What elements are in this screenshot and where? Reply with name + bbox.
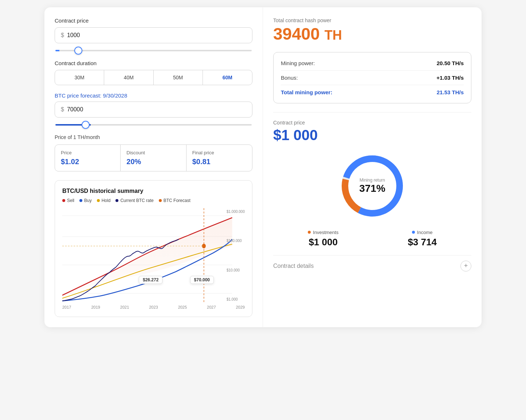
income-dot [412, 231, 415, 234]
price-label: Price [61, 150, 114, 155]
investments-label: Investments [313, 230, 338, 235]
investments-item: Investments $1 000 [308, 230, 338, 248]
contract-price-currency: $ [61, 32, 64, 39]
legend-sell: Sell [62, 198, 74, 203]
contract-details-label: Contract details [273, 263, 314, 269]
donut-center-value: 371% [359, 183, 385, 194]
income-item: Income $3 714 [408, 230, 437, 248]
tab-40m[interactable]: 40M [104, 70, 153, 85]
donut-wrap: Mining return 371% [336, 150, 409, 222]
plus-icon: + [464, 262, 468, 270]
donut-center: Mining return 371% [359, 178, 385, 194]
contract-price-right-label: Contract price [273, 120, 471, 126]
income-legend: Income [408, 230, 437, 235]
investments-dot [308, 231, 311, 234]
mining-power-value: 20.50 TH/s [437, 60, 464, 66]
x-label-2025: 2025 [178, 305, 187, 309]
tab-60m[interactable]: 60M [203, 70, 252, 85]
price-value: $1.02 [61, 158, 114, 166]
hash-power-label: Total contract hash power [273, 17, 471, 23]
btc-forecast-legend-label: BTC Forecast [164, 198, 191, 203]
btc-forecast-label: BTC price forecast: 9/30/2028 [55, 92, 252, 99]
discount-label: Discount [126, 150, 180, 155]
right-panel: Total contract hash power 39400 TH Minin… [263, 7, 482, 327]
mining-power-label: Mining power: [281, 60, 315, 66]
income-label: Income [417, 230, 433, 235]
contract-price-right-section: Contract price $1 000 [273, 120, 471, 144]
chart-title: BTC/USD historical summary [62, 188, 245, 194]
chart-tooltip-right: $70.000 [190, 276, 214, 284]
contract-price-value: 1000 [67, 32, 80, 39]
investments-legend: Investments [308, 230, 338, 235]
left-panel: Contract price $ 1000 Contract duration … [44, 7, 263, 327]
contract-price-slider-wrap[interactable] [55, 46, 252, 53]
price-th-label: Price of 1 TH/month [55, 134, 252, 140]
final-price-value: $0.81 [192, 158, 246, 166]
chart-svg [62, 208, 245, 303]
hash-power-value: 39400 TH [273, 25, 471, 43]
btc-price-input-box[interactable]: $ 70000 [55, 102, 252, 118]
legend-current-btc: Current BTC rate [115, 198, 153, 203]
bonus-value: +1.03 TH/s [436, 75, 464, 81]
tab-50m[interactable]: 50M [154, 70, 203, 85]
btc-forecast-date: 9/30/2028 [103, 92, 127, 99]
legend-buy: Buy [79, 198, 92, 203]
x-label-2017: 2017 [62, 305, 71, 309]
price-cell-final: Final price $0.81 [187, 145, 252, 171]
total-mining-row: Total mining power: 21.53 TH/s [281, 87, 464, 97]
x-axis-labels: 2017 2019 2021 2023 2025 2027 2029 [62, 305, 245, 309]
bonus-row: Bonus: +1.03 TH/s [281, 73, 464, 83]
discount-value: 20% [126, 158, 180, 166]
x-label-2021: 2021 [120, 305, 129, 309]
x-label-2023: 2023 [149, 305, 158, 309]
hold-label: Hold [102, 198, 111, 203]
price-grid: Price $1.02 Discount 20% Final price $0.… [55, 144, 252, 171]
chart-legend: Sell Buy Hold Current BTC rate BTC Forec… [62, 198, 245, 203]
total-mining-label: Total mining power: [281, 89, 332, 95]
sell-dot [62, 199, 65, 202]
btc-price-slider-wrap[interactable] [55, 120, 252, 127]
btc-forecast-dot [159, 199, 162, 202]
current-btc-dot [115, 199, 118, 202]
duration-tabs: 30M 40M 50M 60M [55, 70, 252, 85]
contract-price-slider[interactable] [55, 50, 252, 51]
contract-price-input-box[interactable]: $ 1000 [55, 27, 252, 43]
legend-btc-forecast: BTC Forecast [159, 198, 191, 203]
price-cell-price: Price $1.02 [55, 145, 121, 171]
buy-label: Buy [84, 198, 92, 203]
hold-dot [97, 199, 100, 202]
price-cell-discount: Discount 20% [121, 145, 186, 171]
invest-income-row: Investments $1 000 Income $3 714 [273, 230, 471, 248]
current-btc-label: Current BTC rate [120, 198, 153, 203]
contract-price-right-value: $1 000 [273, 126, 471, 144]
legend-hold: Hold [97, 198, 111, 203]
x-label-2029: 2029 [236, 305, 244, 309]
sell-label: Sell [67, 198, 74, 203]
contract-price-section-label: Contract price [55, 17, 252, 24]
donut-section: Mining return 371% [273, 150, 471, 222]
income-value: $3 714 [408, 237, 437, 248]
donut-center-label: Mining return [359, 178, 385, 183]
chart-tooltip-left: $26.272 [139, 276, 162, 284]
hash-power-section: Total contract hash power 39400 TH [273, 17, 471, 43]
mining-power-card: Mining power: 20.50 TH/s Bonus: +1.03 TH… [273, 52, 471, 103]
btc-price-currency: $ [61, 106, 64, 113]
final-price-label: Final price [192, 150, 246, 155]
btc-price-value: 70000 [67, 106, 83, 113]
contract-details-row[interactable]: Contract details + [273, 255, 471, 272]
hash-power-number: 39400 [273, 24, 320, 43]
btc-price-slider[interactable] [55, 124, 252, 126]
x-label-2019: 2019 [91, 305, 100, 309]
contract-duration-label: Contract duration [55, 60, 252, 66]
buy-dot [79, 199, 82, 202]
hash-power-unit: TH [325, 28, 342, 43]
total-mining-value: 21.53 TH/s [437, 89, 464, 95]
chart-area: $1.000.000 $100.000 $10.000 $1.000 $26.2… [62, 208, 245, 303]
contract-details-button[interactable]: + [460, 261, 471, 272]
investments-value: $1 000 [308, 237, 338, 248]
bonus-label: Bonus: [281, 75, 298, 81]
chart-container: BTC/USD historical summary Sell Buy Hold… [55, 180, 252, 317]
x-label-2027: 2027 [207, 305, 216, 309]
mining-power-row: Mining power: 20.50 TH/s [281, 58, 464, 68]
tab-30m[interactable]: 30M [55, 70, 104, 85]
